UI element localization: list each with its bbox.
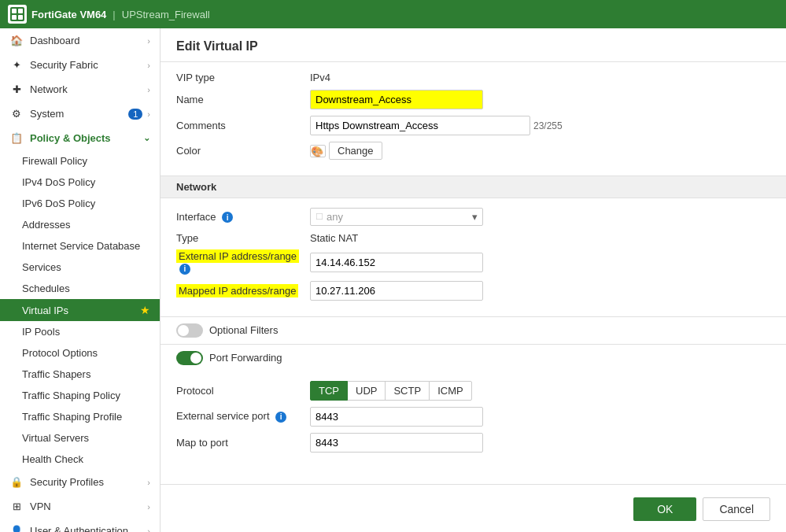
system-badge: 1 xyxy=(128,109,142,120)
sidebar-item-addresses[interactable]: Addresses xyxy=(0,214,160,235)
svg-rect-3 xyxy=(12,15,17,20)
security-fabric-icon: ✦ xyxy=(9,59,24,71)
topbar: FortiGate VM64 | UPStream_Firewall xyxy=(0,0,786,28)
optional-filters-toggle[interactable] xyxy=(176,323,203,338)
system-icon: ⚙ xyxy=(9,108,24,120)
interface-placeholder: any xyxy=(327,211,472,223)
map-to-port-label: Map to port xyxy=(176,437,310,449)
security-profiles-arrow: › xyxy=(147,478,150,487)
topbar-device: UPStream_Firewall xyxy=(122,9,210,20)
proto-tcp-button[interactable]: TCP xyxy=(310,381,348,401)
sidebar-item-vpn[interactable]: ⊞ VPN › xyxy=(0,494,160,519)
map-to-port-row: Map to port xyxy=(176,433,770,453)
mapped-ip-row: Mapped IP address/range xyxy=(176,281,770,301)
type-value: Static NAT xyxy=(310,232,358,244)
external-ip-info-icon[interactable]: i xyxy=(179,264,190,275)
interface-label: Interface i xyxy=(176,211,310,224)
sidebar-item-traffic-shaping-policy[interactable]: Traffic Shaping Policy xyxy=(0,385,160,406)
external-ip-row: External IP address/range i xyxy=(176,250,770,275)
sidebar-item-firewall-policy[interactable]: Firewall Policy xyxy=(0,150,160,172)
protocol-label: Protocol xyxy=(176,385,310,397)
logo-icon xyxy=(8,5,27,24)
sidebar-item-protocol-options[interactable]: Protocol Options xyxy=(0,342,160,364)
port-forwarding-track xyxy=(176,351,203,365)
sidebar-item-services[interactable]: Services xyxy=(0,257,160,278)
external-ip-label: External IP address/range i xyxy=(176,250,310,275)
sidebar-item-ipv6-dos-policy[interactable]: IPv6 DoS Policy xyxy=(0,193,160,214)
network-icon: ✚ xyxy=(9,83,24,95)
sidebar-item-virtual-ips[interactable]: Virtual IPs ★ xyxy=(0,299,160,321)
name-row: Name xyxy=(176,90,770,109)
ext-service-port-row: External service port i xyxy=(176,407,770,427)
port-forwarding-section: Protocol TCP UDP SCTP ICMP External serv… xyxy=(161,371,786,468)
vpn-arrow: › xyxy=(147,502,150,512)
optional-filters-label: Optional Filters xyxy=(209,324,278,336)
sidebar-item-system[interactable]: ⚙ System 1 › xyxy=(0,102,160,126)
sidebar-item-health-check[interactable]: Health Check xyxy=(0,449,160,470)
svg-rect-4 xyxy=(18,15,23,20)
network-arrow: › xyxy=(147,85,150,94)
color-row: Color 🎨 Change xyxy=(176,142,770,160)
sidebar-item-network[interactable]: ✚ Network › xyxy=(0,77,160,102)
sidebar-item-traffic-shaping-profile[interactable]: Traffic Shaping Profile xyxy=(0,406,160,427)
virtual-ips-star: ★ xyxy=(140,304,150,316)
security-profiles-icon: 🔒 xyxy=(9,476,24,488)
sidebar-item-dashboard[interactable]: 🏠 Dashboard › xyxy=(0,28,160,53)
ext-service-port-label: External service port i xyxy=(176,410,310,423)
logo-text: FortiGate VM64 xyxy=(31,9,106,20)
dashboard-icon: 🏠 xyxy=(9,35,24,46)
type-row: Type Static NAT xyxy=(176,232,770,244)
sidebar-item-internet-service-db[interactable]: Internet Service Database xyxy=(0,235,160,257)
proto-icmp-button[interactable]: ICMP xyxy=(429,381,472,401)
sidebar-item-schedules[interactable]: Schedules xyxy=(0,278,160,299)
external-ip-input[interactable] xyxy=(310,253,483,272)
comments-row: Comments 23/255 xyxy=(176,116,770,135)
proto-sctp-button[interactable]: SCTP xyxy=(385,381,430,401)
interface-row: Interface i ☐ any ▾ xyxy=(176,208,770,226)
mapped-ip-input[interactable] xyxy=(310,281,483,301)
sidebar-item-user-auth[interactable]: 👤 User & Authentication › xyxy=(0,519,160,532)
change-color-button[interactable]: Change xyxy=(329,142,382,160)
sidebar-item-security-fabric[interactable]: ✦ Security Fabric › xyxy=(0,53,160,77)
sidebar-item-ipv4-dos-policy[interactable]: IPv4 DoS Policy xyxy=(0,172,160,193)
policy-objects-icon: 📋 xyxy=(9,132,24,144)
optional-filters-thumb xyxy=(178,325,189,336)
name-label: Name xyxy=(176,94,310,105)
vip-type-label: VIP type xyxy=(176,72,310,83)
interface-info-icon[interactable]: i xyxy=(222,212,233,223)
port-forwarding-row: Port Forwarding xyxy=(161,344,786,371)
interface-dropdown[interactable]: ☐ any ▾ xyxy=(310,208,483,226)
vip-type-row: VIP type IPv4 xyxy=(176,72,770,83)
sidebar: 🏠 Dashboard › ✦ Security Fabric › ✚ Netw… xyxy=(0,28,161,532)
sidebar-item-virtual-servers[interactable]: Virtual Servers xyxy=(0,427,160,449)
port-forwarding-toggle[interactable] xyxy=(176,351,203,365)
port-forwarding-label: Port Forwarding xyxy=(209,352,282,364)
ext-service-port-input[interactable] xyxy=(310,407,483,427)
logo: FortiGate VM64 xyxy=(8,5,106,24)
sidebar-item-traffic-shapers[interactable]: Traffic Shapers xyxy=(0,364,160,385)
ext-port-info-icon[interactable]: i xyxy=(275,412,286,423)
svg-rect-1 xyxy=(12,9,17,13)
action-buttons: OK Cancel xyxy=(161,484,786,533)
sidebar-item-policy-objects[interactable]: 📋 Policy & Objects ⌄ xyxy=(0,126,160,150)
topbar-separator: | xyxy=(113,9,115,20)
color-icon[interactable]: 🎨 xyxy=(310,145,326,157)
policy-objects-submenu: Firewall Policy IPv4 DoS Policy IPv6 DoS… xyxy=(0,150,160,470)
name-input[interactable] xyxy=(310,90,483,109)
svg-rect-2 xyxy=(18,9,23,13)
port-forwarding-thumb xyxy=(190,353,201,364)
cancel-button[interactable]: Cancel xyxy=(703,497,770,521)
comments-input[interactable] xyxy=(310,116,530,135)
map-to-port-input[interactable] xyxy=(310,433,483,453)
color-label: Color xyxy=(176,145,310,157)
sidebar-item-security-profiles[interactable]: 🔒 Security Profiles › xyxy=(0,470,160,494)
sidebar-item-ip-pools[interactable]: IP Pools xyxy=(0,321,160,342)
checkbox-icon: ☐ xyxy=(316,212,323,222)
protocol-row: Protocol TCP UDP SCTP ICMP xyxy=(176,381,770,401)
proto-udp-button[interactable]: UDP xyxy=(347,381,386,401)
page-title: Edit Virtual IP xyxy=(161,28,786,62)
content-inner: Edit Virtual IP VIP type IPv4 Name Comme… xyxy=(161,28,786,532)
policy-objects-arrow: ⌄ xyxy=(143,133,150,143)
protocol-buttons: TCP UDP SCTP ICMP xyxy=(310,381,472,401)
ok-button[interactable]: OK xyxy=(633,497,696,521)
